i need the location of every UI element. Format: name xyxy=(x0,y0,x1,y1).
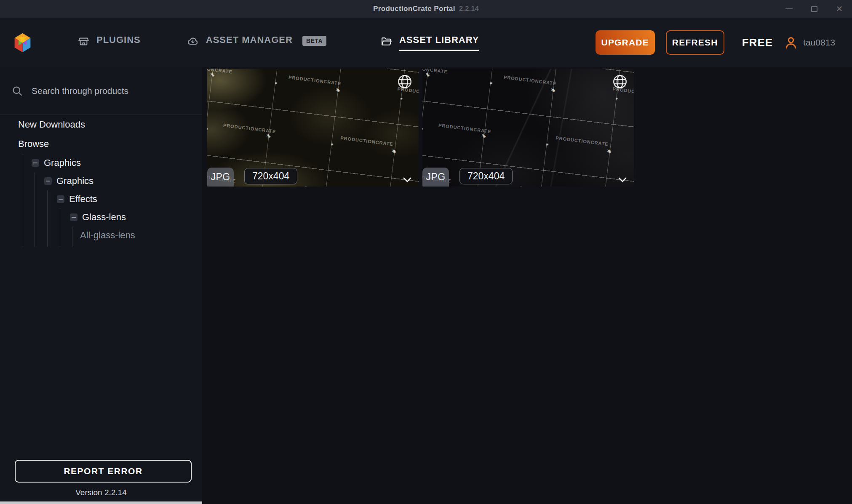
cloud-download-icon xyxy=(187,35,199,47)
maximize-button[interactable] xyxy=(808,3,820,15)
category-tree: New Downloads Browse Graphics Graphics E… xyxy=(0,115,202,244)
globe-icon[interactable] xyxy=(612,74,628,90)
watermark-text: PRODUCTIONCRATE xyxy=(340,135,394,147)
collapse-minus-icon[interactable] xyxy=(57,195,64,203)
tab-plugins[interactable]: PLUGINS xyxy=(78,35,141,51)
storefront-icon xyxy=(78,36,89,47)
main-area: New Downloads Browse Graphics Graphics E… xyxy=(0,67,852,504)
star-marker-icon xyxy=(209,71,215,77)
tree-item-graphics-2[interactable]: Graphics xyxy=(0,172,202,190)
close-button[interactable] xyxy=(833,3,845,15)
maximize-icon xyxy=(811,6,817,12)
tab-asset-library[interactable]: ASSET LIBRARY xyxy=(380,35,479,51)
search-icon xyxy=(12,85,23,97)
watermark-grid: PRODUCTIONCRATE PRODUCTIONCRATE PRODUCTI… xyxy=(207,69,419,187)
sidebar-scrollbar[interactable] xyxy=(0,501,202,504)
star-marker-icon xyxy=(481,132,486,139)
beta-badge: BETA xyxy=(302,36,326,46)
tree-guide-line xyxy=(47,190,48,247)
star-marker-icon xyxy=(606,147,612,154)
close-icon xyxy=(836,5,843,13)
productioncrate-logo xyxy=(13,32,32,53)
tree-item-label: Graphics xyxy=(56,176,93,187)
navbar: PLUGINS ASSET MANAGER BETA ASSET LIBRARY… xyxy=(0,18,852,67)
format-badge: JPG xyxy=(207,168,234,187)
tree-guide-line xyxy=(60,208,60,247)
watermark-text: PRODUCTIONCRATE xyxy=(520,185,573,187)
star-marker-icon xyxy=(425,71,430,77)
tab-asset-manager-label: ASSET MANAGER xyxy=(206,35,293,51)
watermark-text: PRODUCTIONCRATE xyxy=(504,75,557,86)
collapse-minus-icon[interactable] xyxy=(44,177,52,185)
watermark-text: PRODUCTIONCRATE xyxy=(288,75,342,86)
watermark-text: PRODUCTIONCRATE xyxy=(304,185,358,187)
tree-item-graphics-1[interactable]: Graphics xyxy=(0,154,202,172)
collapse-minus-icon[interactable] xyxy=(32,159,39,167)
tree-item-glass-lens[interactable]: Glass-lens xyxy=(0,208,202,226)
minimize-icon xyxy=(785,8,793,9)
app-title: ProductionCrate Portal xyxy=(373,5,455,13)
asset-card[interactable]: PRODUCTIONCRATE PRODUCTIONCRATE PRODUCTI… xyxy=(207,69,419,187)
star-marker-icon xyxy=(265,132,271,139)
report-error-button[interactable]: REPORT ERROR xyxy=(15,460,192,483)
star-marker-icon xyxy=(335,86,341,93)
collapse-minus-icon[interactable] xyxy=(70,213,77,221)
tree-item-label: Effects xyxy=(69,194,97,205)
format-badge: JPG xyxy=(422,168,449,187)
header-actions: UPGRADE REFRESH FREE tau0813 xyxy=(596,30,835,55)
star-marker-icon xyxy=(550,86,556,93)
tree-item-all-glass-lens[interactable]: All-glass-lens xyxy=(0,226,202,244)
tree-guide-line xyxy=(35,172,35,247)
asset-card[interactable]: PRODUCTIONCRATE PRODUCTIONCRATE PRODUCTI… xyxy=(422,69,634,187)
titlebar: ProductionCrate Portal 2.2.14 xyxy=(0,0,852,18)
tree-guide-line xyxy=(72,227,72,247)
app-version: 2.2.14 xyxy=(459,5,479,13)
tree-item-label: New Downloads xyxy=(18,119,85,130)
folder-open-icon xyxy=(380,35,392,47)
tree-item-browse[interactable]: Browse xyxy=(0,134,202,154)
tree-item-new-downloads[interactable]: New Downloads xyxy=(0,115,202,134)
refresh-button[interactable]: REFRESH xyxy=(666,30,724,55)
tree-item-effects[interactable]: Effects xyxy=(0,190,202,208)
username-label: tau0813 xyxy=(803,37,835,48)
globe-icon[interactable] xyxy=(397,74,413,90)
tree-item-label: All-glass-lens xyxy=(80,230,135,241)
user-icon xyxy=(784,35,798,50)
upgrade-button[interactable]: UPGRADE xyxy=(596,30,655,55)
version-label: Version 2.2.14 xyxy=(0,488,202,497)
asset-grid: PRODUCTIONCRATE PRODUCTIONCRATE PRODUCTI… xyxy=(202,67,852,504)
dimensions-badge: 720x404 xyxy=(459,168,513,184)
window-controls xyxy=(783,0,845,18)
tree-item-label: Graphics xyxy=(44,157,81,168)
watermark-grid: PRODUCTIONCRATE PRODUCTIONCRATE PRODUCTI… xyxy=(422,69,634,187)
chevron-down-icon[interactable] xyxy=(618,177,627,183)
logo-icon xyxy=(13,32,32,53)
tab-plugins-label: PLUGINS xyxy=(96,35,141,51)
tab-asset-library-label: ASSET LIBRARY xyxy=(399,35,479,51)
tree-item-label: Glass-lens xyxy=(82,212,126,223)
tree-guide-line xyxy=(23,154,23,247)
search-input[interactable] xyxy=(32,86,190,96)
sidebar: New Downloads Browse Graphics Graphics E… xyxy=(0,67,202,504)
tab-asset-manager[interactable]: ASSET MANAGER BETA xyxy=(187,35,326,51)
plan-badge: FREE xyxy=(742,36,773,49)
star-marker-icon xyxy=(391,147,397,154)
search-bar xyxy=(0,67,202,115)
minimize-button[interactable] xyxy=(783,3,795,15)
dimensions-badge: 720x404 xyxy=(244,168,297,184)
account-menu[interactable]: tau0813 xyxy=(784,35,835,50)
tree-item-label: Browse xyxy=(18,139,49,149)
chevron-down-icon[interactable] xyxy=(403,177,412,183)
watermark-text: PRODUCTIONCRATE xyxy=(556,135,609,147)
